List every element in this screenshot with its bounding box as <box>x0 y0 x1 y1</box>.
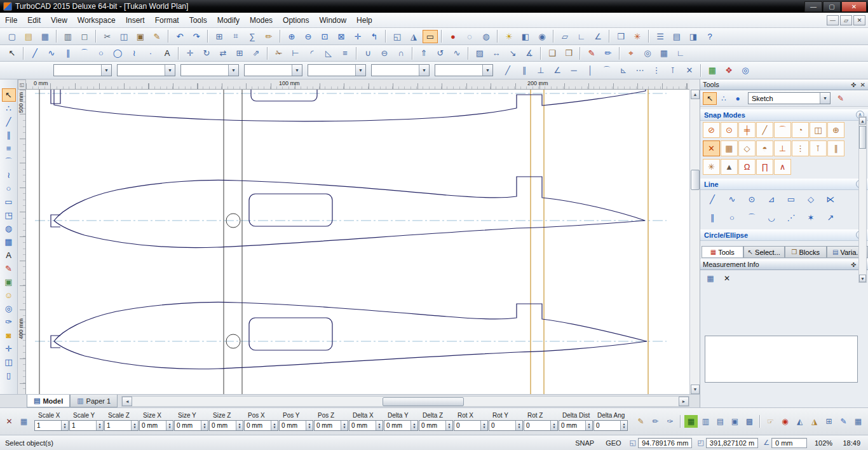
angular-dimension[interactable]: ∡ <box>522 46 537 60</box>
line-triangle[interactable]: ⊿ <box>762 191 781 207</box>
line-polyline[interactable]: ∿ <box>722 191 742 207</box>
field-value[interactable]: 0 mm <box>315 422 341 429</box>
properties[interactable]: ▤ <box>669 30 684 43</box>
snap-toggle[interactable]: ⌖ <box>623 46 639 60</box>
dimension-style-combo[interactable] <box>435 64 493 76</box>
horizontal-scroll-thumb[interactable] <box>383 397 464 406</box>
snap-extension[interactable]: ⊺ <box>810 140 827 156</box>
vertical-ruler[interactable]: 500 mm 400 mm <box>18 90 26 394</box>
text[interactable]: A <box>2 249 16 262</box>
group[interactable]: ❒ <box>613 30 628 43</box>
move[interactable]: ✛ <box>182 46 198 60</box>
hatch[interactable]: ▨ <box>472 46 487 60</box>
selector-2d[interactable]: ◱ <box>390 30 405 43</box>
polygon[interactable]: ▭ <box>2 195 16 208</box>
field-value[interactable]: 0 mm <box>349 422 376 429</box>
calculator[interactable]: ⊞ <box>212 30 227 43</box>
spline[interactable]: ≀ <box>126 46 142 60</box>
circle[interactable]: ○ <box>93 46 109 60</box>
scroll-up-icon[interactable]: ▲ <box>859 117 866 125</box>
menu-tools[interactable]: Tools <box>184 13 212 27</box>
field-spinner[interactable] <box>376 421 383 430</box>
field-value[interactable]: 0 <box>524 422 550 429</box>
palette-scroll-thumb[interactable] <box>859 126 866 149</box>
snap-parallel[interactable]: ∥ <box>827 140 844 156</box>
field-spinner[interactable] <box>201 421 208 430</box>
circle[interactable]: ○ <box>2 182 16 195</box>
cut[interactable]: ✂ <box>100 30 115 43</box>
field-spinner[interactable] <box>445 421 452 430</box>
field-value[interactable]: 0 mm <box>280 422 306 429</box>
revolve[interactable]: ↺ <box>433 46 448 60</box>
format-painter[interactable]: ✎ <box>149 30 165 43</box>
hidden-line[interactable]: ◍ <box>478 30 494 43</box>
section-header-snap-modes[interactable]: Snap Modes ∧ <box>700 109 868 121</box>
canvas-horizontal-scrollbar[interactable]: ◄ ► <box>121 396 689 407</box>
array[interactable]: ⊞ <box>232 46 247 60</box>
print-preview[interactable]: ◻ <box>77 30 92 43</box>
prism-tool[interactable]: ◭ <box>793 415 806 428</box>
snap-centroid[interactable]: ⊕ <box>827 122 844 138</box>
snap-bucket[interactable]: ▲ <box>721 159 738 175</box>
clear-selection[interactable]: ✕ <box>3 415 16 428</box>
tab-model[interactable]: ▤Model <box>27 395 70 407</box>
offset[interactable]: ≡ <box>337 46 353 60</box>
pin-icon[interactable]: ✜ <box>851 261 856 268</box>
paint-brush[interactable]: ✎ <box>2 262 16 275</box>
open[interactable]: ▤ <box>21 30 36 43</box>
selection-grid[interactable]: ▦ <box>17 415 31 428</box>
vertical-guide[interactable]: │ <box>583 64 598 77</box>
minimize-button[interactable]: — <box>804 1 822 12</box>
menu-modes[interactable]: Modes <box>245 13 278 27</box>
field-value[interactable]: 0 mm <box>245 422 271 429</box>
field-spinner[interactable] <box>96 421 103 430</box>
pen-pattern-combo[interactable] <box>180 64 239 76</box>
snap-nearest[interactable]: ◇ <box>738 140 756 156</box>
extend[interactable]: ⊢ <box>288 46 303 60</box>
snap-intersection[interactable]: ✕ <box>703 140 720 156</box>
snap-divide[interactable]: ⋮ <box>792 140 809 156</box>
field-spinner[interactable] <box>166 421 173 430</box>
pick-point[interactable]: ◎ <box>2 302 16 315</box>
field-spinner[interactable] <box>585 421 592 430</box>
materials[interactable]: ◧ <box>518 30 533 43</box>
render-toggle[interactable]: ▦ <box>684 415 698 428</box>
field-value[interactable]: 1 <box>105 422 131 429</box>
layers[interactable]: ☰ <box>653 30 668 43</box>
pen-width-combo[interactable] <box>117 64 175 76</box>
tangent-guide[interactable]: ⌒ <box>599 64 614 77</box>
snap-tangent[interactable]: ◓ <box>756 140 773 156</box>
line-star[interactable]: ✶ <box>801 210 820 226</box>
field-spinner[interactable] <box>131 421 138 430</box>
menu-window[interactable]: Window <box>314 13 351 27</box>
curve[interactable]: ≀ <box>2 168 16 182</box>
smiley-symbol[interactable]: ☺ <box>2 289 16 302</box>
polyline[interactable]: ∿ <box>44 46 59 60</box>
tab-paper1[interactable]: ▥Paper 1 <box>70 395 118 407</box>
node-edit[interactable]: ∴ <box>2 102 16 115</box>
field-value[interactable]: 0 mm <box>140 422 166 429</box>
palette-node-edit[interactable]: ∴ <box>717 92 731 105</box>
camera[interactable]: ◉ <box>534 30 550 43</box>
selector-3d[interactable]: ◮ <box>406 30 421 43</box>
field-spinner[interactable] <box>271 421 278 430</box>
palette-close-icon[interactable]: ✕ <box>860 81 865 88</box>
extrude[interactable]: ⇑ <box>416 46 431 60</box>
fillet[interactable]: ◜ <box>304 46 320 60</box>
style-dropdown[interactable]: Sketch ▼ <box>748 92 831 104</box>
parallel-guide[interactable]: ∥ <box>517 64 532 77</box>
sphere[interactable]: ◍ <box>2 222 16 235</box>
sheet[interactable]: ▯ <box>2 369 16 382</box>
transform[interactable]: ✛ <box>2 342 16 355</box>
line-center-circle[interactable]: ⊙ <box>742 191 761 207</box>
snap-one-shot[interactable]: ∏ <box>756 159 773 175</box>
palette-render-ball[interactable]: ● <box>731 92 745 105</box>
snap-all[interactable]: ✳ <box>703 159 720 175</box>
zoom-in[interactable]: ⊕ <box>284 30 299 43</box>
field-value[interactable]: 0 mm <box>175 422 201 429</box>
sweep[interactable]: ∿ <box>449 46 465 60</box>
line-circle-tangent[interactable]: ○ <box>722 210 742 226</box>
pattern-tool[interactable]: ❖ <box>721 64 736 77</box>
field-value[interactable]: 0 <box>594 422 620 429</box>
snap-indicator[interactable]: SNAP <box>572 439 597 447</box>
